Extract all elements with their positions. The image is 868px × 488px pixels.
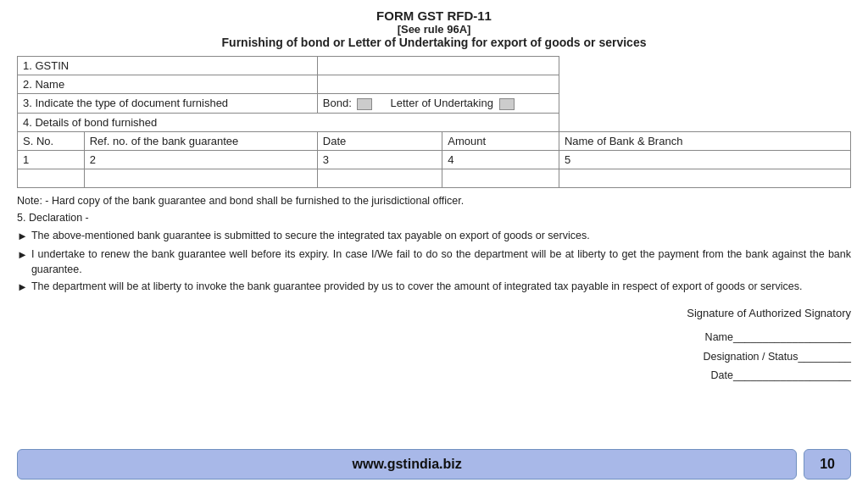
cell-bank-2: [559, 169, 850, 187]
signature-label: Signature of Authorized Signatory: [687, 307, 851, 319]
name-row: 2. Name: [18, 75, 851, 94]
cell-ref-1: 2: [84, 150, 317, 169]
sig-designation-label: Designation / Status: [704, 351, 798, 363]
sig-name-row: Name____________________: [687, 328, 851, 347]
document-type-options: Bond: Letter of Undertaking: [317, 94, 559, 114]
bullet-text-2: I undertake to renew the bank guarantee …: [31, 247, 851, 277]
bullet-arrow-3: ►: [17, 279, 28, 296]
sig-designation-line: _________: [798, 351, 851, 363]
gstin-row: 1. GSTIN: [18, 57, 851, 75]
main-table: 1. GSTIN 2. Name 3. Indicate the type of…: [17, 56, 851, 188]
bullet-text-3: The department will be at liberty to inv…: [31, 279, 851, 294]
header: FORM GST RFD-11 [See rule 96A] Furnishin…: [17, 8, 851, 49]
cell-date-2: [317, 169, 442, 187]
cell-amount-1: 4: [442, 150, 559, 169]
form-subtitle: [See rule 96A]: [17, 23, 851, 36]
gstin-label: 1. GSTIN: [18, 57, 318, 75]
footer-bar: www.gstindia.biz 10: [17, 449, 851, 480]
cell-sno-2: [18, 169, 85, 187]
sig-fields: Name____________________ Designation / S…: [687, 328, 851, 385]
bullet-arrow-2: ►: [17, 247, 28, 263]
bond-checkbox[interactable]: [357, 98, 372, 110]
sig-name-line: ____________________: [733, 331, 851, 343]
bullet-text-1: The above-mentioned bank guarantee is su…: [31, 228, 851, 243]
bullet-3: ► The department will be at liberty to i…: [17, 279, 851, 296]
bullet-arrow-1: ►: [17, 228, 28, 245]
table-row-empty: [18, 169, 851, 187]
notes-section: Note: - Hard copy of the bank guarantee …: [17, 193, 851, 296]
inner-table-header-row: S. No. Ref. no. of the bank guarantee Da…: [18, 131, 851, 150]
details-label-row: 4. Details of bond furnished: [18, 113, 851, 131]
cell-ref-2: [84, 169, 317, 187]
col-sno: S. No.: [18, 131, 85, 150]
name-label: 2. Name: [18, 75, 318, 94]
col-ref: Ref. no. of the bank guarantee: [84, 131, 317, 150]
cell-date-1: 3: [317, 150, 442, 169]
cell-amount-2: [442, 169, 559, 187]
sig-date-label: Date: [711, 369, 733, 381]
sig-date-row: Date____________________: [687, 366, 851, 385]
col-date: Date: [317, 131, 442, 150]
sig-designation-row: Designation / Status_________: [687, 347, 851, 367]
page-container: FORM GST RFD-11 [See rule 96A] Furnishin…: [0, 0, 868, 488]
gstin-value[interactable]: [317, 57, 559, 75]
sig-date-line: ____________________: [733, 369, 851, 381]
details-label: 4. Details of bond furnished: [18, 113, 559, 131]
bullet-2: ► I undertake to renew the bank guarante…: [17, 247, 851, 277]
sig-name-label: Name: [705, 331, 733, 343]
col-amount: Amount: [442, 131, 559, 150]
col-bank: Name of Bank & Branch: [559, 131, 850, 150]
bond-label: Bond:: [323, 97, 352, 109]
lut-checkbox[interactable]: [499, 98, 515, 110]
form-description: Furnishing of bond or Letter of Undertak…: [17, 36, 851, 49]
footer-page: 10: [804, 449, 851, 480]
lut-label: Letter of Undertaking: [391, 97, 493, 109]
document-type-row: 3. Indicate the type of document furnish…: [18, 94, 851, 114]
declaration-label: 5. Declaration -: [17, 210, 851, 226]
footer-url[interactable]: www.gstindia.biz: [17, 449, 797, 480]
table-row: 1 2 3 4 5: [18, 150, 851, 169]
name-value[interactable]: [317, 75, 559, 94]
form-title: FORM GST RFD-11: [17, 8, 851, 23]
indicate-label: 3. Indicate the type of document furnish…: [18, 94, 318, 114]
cell-sno-1: 1: [18, 150, 85, 169]
note-text: Note: - Hard copy of the bank guarantee …: [17, 193, 851, 209]
cell-bank-1: 5: [559, 150, 850, 169]
bullet-1: ► The above-mentioned bank guarantee is …: [17, 228, 851, 245]
